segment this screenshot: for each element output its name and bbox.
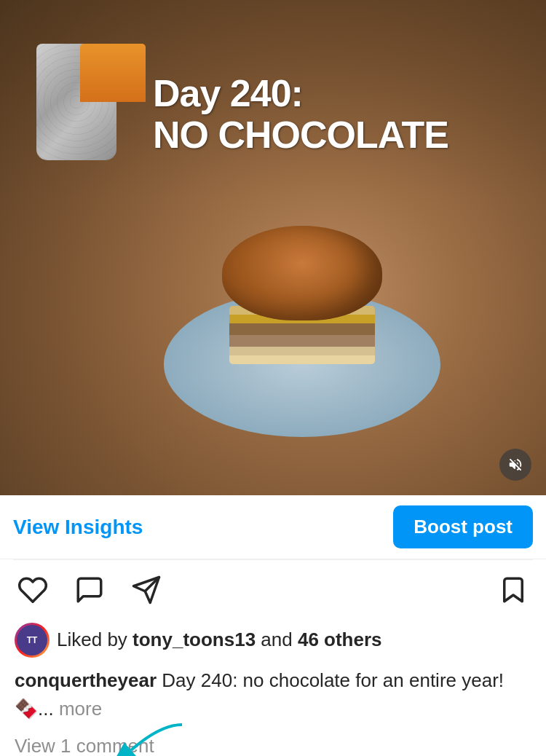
avatar[interactable]: TT <box>15 623 50 658</box>
post-text-overlay: Day 240: NO CHOCOLATE <box>153 73 448 156</box>
liked-by-label: Liked by <box>57 629 132 650</box>
others-count[interactable]: 46 others <box>298 629 382 650</box>
no-chocolate-line: NO CHOCOLATE <box>153 114 448 156</box>
caption-section: conquertheyear Day 240: no chocolate for… <box>0 665 546 732</box>
comment-icon <box>74 575 105 605</box>
and-text: and <box>256 629 298 650</box>
mute-button[interactable] <box>499 449 531 481</box>
bookmark-icon <box>498 575 529 605</box>
day-line: Day 240: <box>153 73 448 114</box>
likes-section: TT Liked by tony_toons13 and 46 others <box>0 620 546 665</box>
boost-post-button[interactable]: Boost post <box>393 505 533 548</box>
teal-arrow <box>102 717 189 756</box>
view-comments-section: View 1 comment <box>0 732 546 756</box>
mute-icon <box>507 457 523 473</box>
avatar-initials: TT <box>17 625 47 655</box>
like-button[interactable] <box>15 572 51 608</box>
caption-text: conquertheyear Day 240: no chocolate for… <box>15 666 531 723</box>
share-button[interactable] <box>128 572 165 608</box>
share-icon <box>131 575 162 605</box>
caption-more[interactable]: more <box>54 698 102 720</box>
bookmark-button[interactable] <box>495 572 531 608</box>
icons-row <box>0 560 546 620</box>
view-insights-button[interactable]: View Insights <box>13 516 143 539</box>
liked-by-username[interactable]: tony_toons13 <box>132 629 256 650</box>
comment-button[interactable] <box>71 572 108 608</box>
caption-username[interactable]: conquertheyear <box>15 669 157 691</box>
likes-text: Liked by tony_toons13 and 46 others <box>57 628 382 653</box>
action-bar: View Insights Boost post <box>0 495 546 559</box>
left-icons <box>15 572 165 608</box>
heart-icon <box>17 575 48 605</box>
post-image: Day 240: NO CHOCOLATE <box>0 0 546 495</box>
food-cup <box>36 44 116 160</box>
burger-plate <box>157 160 448 437</box>
